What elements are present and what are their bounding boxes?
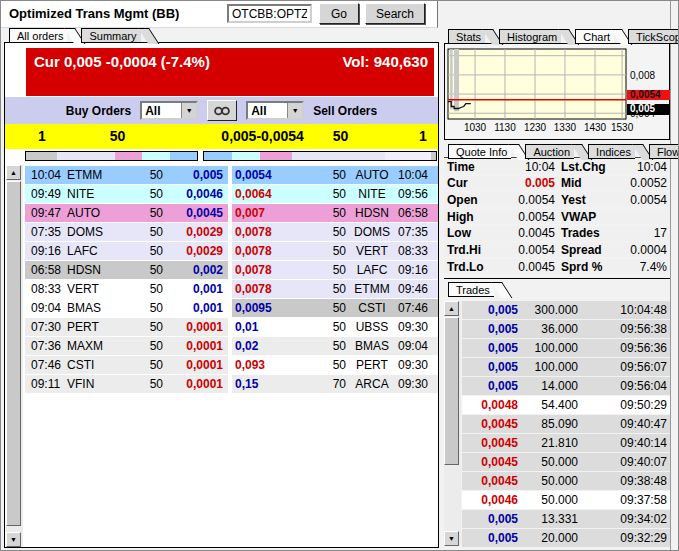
- depth-segment: [204, 152, 232, 160]
- ask-size: 50: [294, 244, 346, 258]
- bid-time: 08:33: [25, 282, 67, 296]
- bid-mm: ETMM: [67, 168, 117, 182]
- trade-row: 0,00520.00009:32:29: [462, 529, 671, 547]
- ask-row[interactable]: 0,007850DOMS07:35: [232, 223, 438, 241]
- quote-label: Sprd %: [558, 260, 618, 274]
- link-views-button[interactable]: [207, 100, 237, 121]
- go-button[interactable]: Go: [319, 3, 359, 24]
- book-scrollbar-thumb[interactable]: [6, 181, 21, 526]
- order-filter-bar: Buy Orders All ▼ All ▼ Sell Orders: [5, 97, 438, 124]
- quote-info-table: Time10:04Lst.Chg10:04Cur0.005Mid0.0052Op…: [444, 159, 670, 276]
- bid-size: 50: [117, 225, 163, 239]
- sell-orders-filter-select[interactable]: All ▼: [246, 101, 304, 120]
- ask-row[interactable]: 0,1570ARCA09:30: [232, 375, 438, 393]
- ask-mm: LAFC: [346, 263, 398, 277]
- tab-trades[interactable]: Trades: [448, 282, 494, 297]
- tab-indices[interactable]: Indices: [588, 144, 635, 159]
- ask-row[interactable]: 0,0250BMAS09:04: [232, 337, 438, 355]
- trade-size: 100.000: [518, 360, 578, 374]
- ask-time: 06:58: [398, 206, 443, 220]
- ask-row[interactable]: 0,0150UBSS09:30: [232, 318, 438, 336]
- bid-row[interactable]: 08:33VERT500,001: [25, 280, 228, 298]
- x-axis-tick: 1230: [524, 122, 546, 133]
- bid-mm: BMAS: [67, 301, 117, 315]
- order-book-rows: 10:04ETMM500,0050,005450AUTO10:0409:49NI…: [25, 166, 438, 394]
- trading-app-window: Optimized Trans Mgmt (BB) Go Search All …: [0, 0, 679, 551]
- trade-time: 09:40:47: [578, 417, 671, 431]
- tab-histogram[interactable]: Histogram: [499, 29, 561, 44]
- ask-row[interactable]: 0,007850LAFC09:16: [232, 261, 438, 279]
- bid-row[interactable]: 09:49NITE500,0046: [25, 185, 228, 203]
- bid-row[interactable]: 07:36MAXM500,0001: [25, 337, 228, 355]
- x-axis-tick: 1130: [494, 122, 516, 133]
- ask-mm: VERT: [346, 244, 398, 258]
- x-axis-tick: 1530: [611, 122, 633, 133]
- ask-price: 0,02: [232, 339, 294, 353]
- quote-value: 0.0045: [496, 226, 558, 240]
- tab-stats[interactable]: Stats: [448, 29, 485, 44]
- ask-row[interactable]: 0,007850ETMM09:46: [232, 280, 438, 298]
- tab-auction[interactable]: Auction: [525, 144, 574, 159]
- trade-price: 0,005: [462, 360, 518, 374]
- ask-row[interactable]: 0,007850VERT08:33: [232, 242, 438, 260]
- bid-row[interactable]: 09:11VFIN500,0001: [25, 375, 228, 393]
- order-book-row: 10:04ETMM500,0050,005450AUTO10:04: [25, 166, 438, 184]
- ask-mm: NITE: [346, 187, 398, 201]
- depth-segment: [115, 152, 142, 160]
- trades-list: 0,005300.00010:04:480,00536.00009:56:380…: [462, 301, 671, 548]
- bid-time: 07:30: [25, 320, 67, 334]
- symbol-input[interactable]: [227, 4, 312, 23]
- bid-time: 09:11: [25, 377, 67, 391]
- trade-row: 0,005300.00010:04:48: [462, 301, 671, 319]
- quote-info-row: High0.0054VWAP: [444, 209, 670, 224]
- chevron-down-icon[interactable]: ▼: [287, 103, 302, 118]
- search-button[interactable]: Search: [365, 3, 425, 24]
- bid-price: 0,0029: [163, 244, 228, 258]
- ask-row[interactable]: 0,00750HDSN06:58: [232, 204, 438, 222]
- scroll-down-icon[interactable]: ▼: [444, 531, 459, 546]
- scroll-up-icon[interactable]: ▲: [6, 165, 21, 180]
- bid-time: 09:49: [25, 187, 67, 201]
- ask-size: 50: [294, 168, 346, 182]
- book-scrollbar[interactable]: ▲ ▼: [6, 165, 23, 547]
- ask-time: 09:30: [398, 358, 443, 372]
- scroll-down-icon[interactable]: ▼: [6, 532, 21, 547]
- tab-all-orders[interactable]: All orders: [9, 28, 67, 43]
- bid-row[interactable]: 06:58HDSN500,002: [25, 261, 228, 279]
- trades-tabbar: Trades: [448, 282, 508, 297]
- ask-mm: PERT: [346, 358, 398, 372]
- ask-row[interactable]: 0,09350PERT09:30: [232, 356, 438, 374]
- trades-scrollbar[interactable]: ▲ ▼: [444, 301, 461, 546]
- tab-flow[interactable]: Flow: [649, 144, 679, 159]
- trade-size: 100.000: [518, 341, 578, 355]
- trade-time: 09:40:14: [578, 436, 671, 450]
- bid-size: 50: [117, 263, 163, 277]
- quote-value: 0.0054: [618, 193, 670, 207]
- tab-tickscope[interactable]: TickScope: [628, 29, 679, 44]
- quote-label: Time: [444, 160, 496, 174]
- bid-row[interactable]: 09:47AUTO500,0045: [25, 204, 228, 222]
- tab-quote-info[interactable]: Quote Info: [448, 144, 511, 159]
- ask-row[interactable]: 0,006450NITE09:56: [232, 185, 438, 203]
- trades-scrollbar-thumb[interactable]: [444, 317, 459, 465]
- trade-time: 09:56:07: [578, 360, 671, 374]
- bid-row[interactable]: 07:46CSTI500,0001: [25, 356, 228, 374]
- buy-orders-filter-select[interactable]: All ▼: [140, 101, 198, 120]
- ask-row[interactable]: 0,005450AUTO10:04: [232, 166, 438, 184]
- tab-summary[interactable]: Summary: [81, 28, 140, 43]
- bid-row[interactable]: 09:16LAFC500,0029: [25, 242, 228, 260]
- bid-row[interactable]: 07:35DOMS500,0029: [25, 223, 228, 241]
- ask-price: 0,007: [232, 206, 294, 220]
- tab-chart[interactable]: Chart: [575, 29, 614, 44]
- bid-mm: LAFC: [67, 244, 117, 258]
- order-book-row: 07:36MAXM500,00010,0250BMAS09:04: [25, 337, 438, 355]
- bid-row[interactable]: 07:30PERT500,0001: [25, 318, 228, 336]
- bid-row[interactable]: 09:04BMAS500,001: [25, 299, 228, 317]
- bid-row[interactable]: 10:04ETMM500,005: [25, 166, 228, 184]
- chevron-down-icon[interactable]: ▼: [181, 103, 196, 118]
- trade-price: 0,005: [462, 531, 518, 545]
- scroll-up-icon[interactable]: ▲: [444, 301, 459, 316]
- ask-row[interactable]: 0,009550CSTI07:46: [232, 299, 438, 317]
- trade-price: 0,0045: [462, 417, 518, 431]
- trade-price: 0,0048: [462, 398, 518, 412]
